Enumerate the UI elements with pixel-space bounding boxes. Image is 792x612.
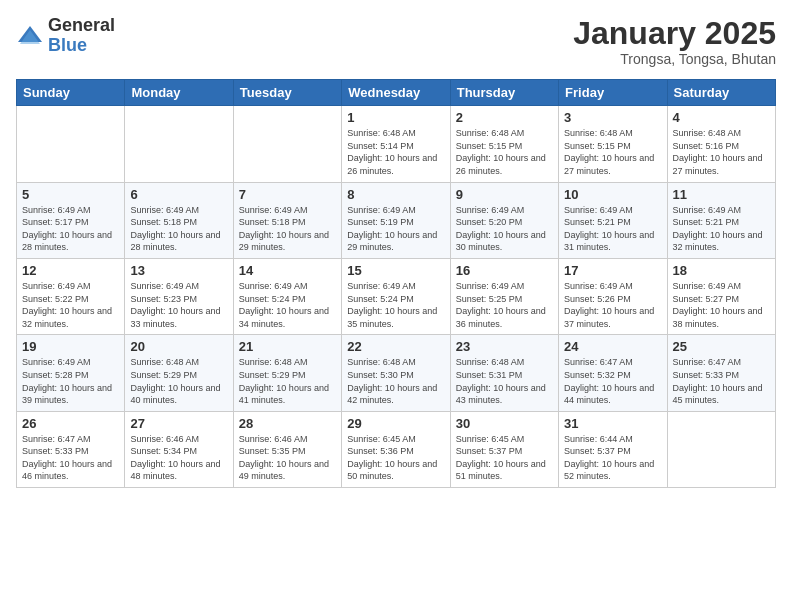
- calendar-cell: 20Sunrise: 6:48 AM Sunset: 5:29 PM Dayli…: [125, 335, 233, 411]
- calendar-cell: 22Sunrise: 6:48 AM Sunset: 5:30 PM Dayli…: [342, 335, 450, 411]
- weekday-header-tuesday: Tuesday: [233, 80, 341, 106]
- day-number: 25: [673, 339, 770, 354]
- calendar-cell: 27Sunrise: 6:46 AM Sunset: 5:34 PM Dayli…: [125, 411, 233, 487]
- day-info: Sunrise: 6:49 AM Sunset: 5:20 PM Dayligh…: [456, 204, 553, 254]
- day-info: Sunrise: 6:49 AM Sunset: 5:23 PM Dayligh…: [130, 280, 227, 330]
- day-info: Sunrise: 6:49 AM Sunset: 5:24 PM Dayligh…: [347, 280, 444, 330]
- day-number: 20: [130, 339, 227, 354]
- logo-general: General: [48, 15, 115, 35]
- day-info: Sunrise: 6:47 AM Sunset: 5:32 PM Dayligh…: [564, 356, 661, 406]
- logo-icon: [16, 22, 44, 50]
- day-number: 16: [456, 263, 553, 278]
- day-number: 12: [22, 263, 119, 278]
- day-number: 18: [673, 263, 770, 278]
- month-title: January 2025: [573, 16, 776, 51]
- day-number: 13: [130, 263, 227, 278]
- day-number: 26: [22, 416, 119, 431]
- calendar-cell: [667, 411, 775, 487]
- day-info: Sunrise: 6:49 AM Sunset: 5:28 PM Dayligh…: [22, 356, 119, 406]
- day-info: Sunrise: 6:48 AM Sunset: 5:29 PM Dayligh…: [239, 356, 336, 406]
- calendar-cell: 8Sunrise: 6:49 AM Sunset: 5:19 PM Daylig…: [342, 182, 450, 258]
- day-info: Sunrise: 6:48 AM Sunset: 5:31 PM Dayligh…: [456, 356, 553, 406]
- day-info: Sunrise: 6:45 AM Sunset: 5:37 PM Dayligh…: [456, 433, 553, 483]
- day-info: Sunrise: 6:49 AM Sunset: 5:26 PM Dayligh…: [564, 280, 661, 330]
- calendar-cell: 1Sunrise: 6:48 AM Sunset: 5:14 PM Daylig…: [342, 106, 450, 182]
- day-number: 2: [456, 110, 553, 125]
- day-info: Sunrise: 6:45 AM Sunset: 5:36 PM Dayligh…: [347, 433, 444, 483]
- day-number: 7: [239, 187, 336, 202]
- day-info: Sunrise: 6:49 AM Sunset: 5:18 PM Dayligh…: [239, 204, 336, 254]
- calendar-week-3: 12Sunrise: 6:49 AM Sunset: 5:22 PM Dayli…: [17, 258, 776, 334]
- day-info: Sunrise: 6:48 AM Sunset: 5:30 PM Dayligh…: [347, 356, 444, 406]
- calendar-week-4: 19Sunrise: 6:49 AM Sunset: 5:28 PM Dayli…: [17, 335, 776, 411]
- calendar-cell: 31Sunrise: 6:44 AM Sunset: 5:37 PM Dayli…: [559, 411, 667, 487]
- weekday-header-row: SundayMondayTuesdayWednesdayThursdayFrid…: [17, 80, 776, 106]
- day-info: Sunrise: 6:48 AM Sunset: 5:15 PM Dayligh…: [456, 127, 553, 177]
- calendar-cell: 15Sunrise: 6:49 AM Sunset: 5:24 PM Dayli…: [342, 258, 450, 334]
- calendar-cell: 10Sunrise: 6:49 AM Sunset: 5:21 PM Dayli…: [559, 182, 667, 258]
- day-info: Sunrise: 6:46 AM Sunset: 5:35 PM Dayligh…: [239, 433, 336, 483]
- day-number: 30: [456, 416, 553, 431]
- calendar-cell: [125, 106, 233, 182]
- weekday-header-sunday: Sunday: [17, 80, 125, 106]
- day-number: 11: [673, 187, 770, 202]
- calendar-cell: 18Sunrise: 6:49 AM Sunset: 5:27 PM Dayli…: [667, 258, 775, 334]
- day-number: 10: [564, 187, 661, 202]
- day-info: Sunrise: 6:49 AM Sunset: 5:18 PM Dayligh…: [130, 204, 227, 254]
- day-info: Sunrise: 6:49 AM Sunset: 5:24 PM Dayligh…: [239, 280, 336, 330]
- day-number: 14: [239, 263, 336, 278]
- day-number: 28: [239, 416, 336, 431]
- calendar-cell: 13Sunrise: 6:49 AM Sunset: 5:23 PM Dayli…: [125, 258, 233, 334]
- day-number: 23: [456, 339, 553, 354]
- calendar-cell: 17Sunrise: 6:49 AM Sunset: 5:26 PM Dayli…: [559, 258, 667, 334]
- day-number: 22: [347, 339, 444, 354]
- day-number: 21: [239, 339, 336, 354]
- calendar-cell: 28Sunrise: 6:46 AM Sunset: 5:35 PM Dayli…: [233, 411, 341, 487]
- day-info: Sunrise: 6:48 AM Sunset: 5:15 PM Dayligh…: [564, 127, 661, 177]
- calendar-cell: 24Sunrise: 6:47 AM Sunset: 5:32 PM Dayli…: [559, 335, 667, 411]
- day-number: 5: [22, 187, 119, 202]
- calendar-cell: 12Sunrise: 6:49 AM Sunset: 5:22 PM Dayli…: [17, 258, 125, 334]
- calendar-cell: 5Sunrise: 6:49 AM Sunset: 5:17 PM Daylig…: [17, 182, 125, 258]
- day-number: 1: [347, 110, 444, 125]
- day-number: 15: [347, 263, 444, 278]
- calendar-table: SundayMondayTuesdayWednesdayThursdayFrid…: [16, 79, 776, 488]
- day-info: Sunrise: 6:47 AM Sunset: 5:33 PM Dayligh…: [673, 356, 770, 406]
- calendar-cell: 19Sunrise: 6:49 AM Sunset: 5:28 PM Dayli…: [17, 335, 125, 411]
- day-number: 27: [130, 416, 227, 431]
- day-info: Sunrise: 6:49 AM Sunset: 5:21 PM Dayligh…: [673, 204, 770, 254]
- calendar-cell: 9Sunrise: 6:49 AM Sunset: 5:20 PM Daylig…: [450, 182, 558, 258]
- day-number: 6: [130, 187, 227, 202]
- day-info: Sunrise: 6:49 AM Sunset: 5:22 PM Dayligh…: [22, 280, 119, 330]
- calendar-cell: 14Sunrise: 6:49 AM Sunset: 5:24 PM Dayli…: [233, 258, 341, 334]
- day-number: 9: [456, 187, 553, 202]
- day-number: 19: [22, 339, 119, 354]
- page-header: General Blue January 2025 Trongsa, Tongs…: [16, 16, 776, 67]
- calendar-cell: 23Sunrise: 6:48 AM Sunset: 5:31 PM Dayli…: [450, 335, 558, 411]
- location: Trongsa, Tongsa, Bhutan: [573, 51, 776, 67]
- calendar-cell: 21Sunrise: 6:48 AM Sunset: 5:29 PM Dayli…: [233, 335, 341, 411]
- day-info: Sunrise: 6:48 AM Sunset: 5:14 PM Dayligh…: [347, 127, 444, 177]
- calendar-cell: 25Sunrise: 6:47 AM Sunset: 5:33 PM Dayli…: [667, 335, 775, 411]
- calendar-cell: 29Sunrise: 6:45 AM Sunset: 5:36 PM Dayli…: [342, 411, 450, 487]
- calendar-cell: [17, 106, 125, 182]
- title-block: January 2025 Trongsa, Tongsa, Bhutan: [573, 16, 776, 67]
- calendar-cell: 16Sunrise: 6:49 AM Sunset: 5:25 PM Dayli…: [450, 258, 558, 334]
- weekday-header-wednesday: Wednesday: [342, 80, 450, 106]
- weekday-header-saturday: Saturday: [667, 80, 775, 106]
- calendar-cell: 30Sunrise: 6:45 AM Sunset: 5:37 PM Dayli…: [450, 411, 558, 487]
- calendar-week-2: 5Sunrise: 6:49 AM Sunset: 5:17 PM Daylig…: [17, 182, 776, 258]
- day-info: Sunrise: 6:46 AM Sunset: 5:34 PM Dayligh…: [130, 433, 227, 483]
- day-number: 3: [564, 110, 661, 125]
- calendar-cell: 4Sunrise: 6:48 AM Sunset: 5:16 PM Daylig…: [667, 106, 775, 182]
- calendar-week-1: 1Sunrise: 6:48 AM Sunset: 5:14 PM Daylig…: [17, 106, 776, 182]
- day-info: Sunrise: 6:49 AM Sunset: 5:25 PM Dayligh…: [456, 280, 553, 330]
- day-number: 17: [564, 263, 661, 278]
- calendar-cell: [233, 106, 341, 182]
- calendar-week-5: 26Sunrise: 6:47 AM Sunset: 5:33 PM Dayli…: [17, 411, 776, 487]
- calendar-cell: 3Sunrise: 6:48 AM Sunset: 5:15 PM Daylig…: [559, 106, 667, 182]
- calendar-cell: 11Sunrise: 6:49 AM Sunset: 5:21 PM Dayli…: [667, 182, 775, 258]
- calendar-cell: 6Sunrise: 6:49 AM Sunset: 5:18 PM Daylig…: [125, 182, 233, 258]
- calendar-cell: 26Sunrise: 6:47 AM Sunset: 5:33 PM Dayli…: [17, 411, 125, 487]
- day-info: Sunrise: 6:48 AM Sunset: 5:16 PM Dayligh…: [673, 127, 770, 177]
